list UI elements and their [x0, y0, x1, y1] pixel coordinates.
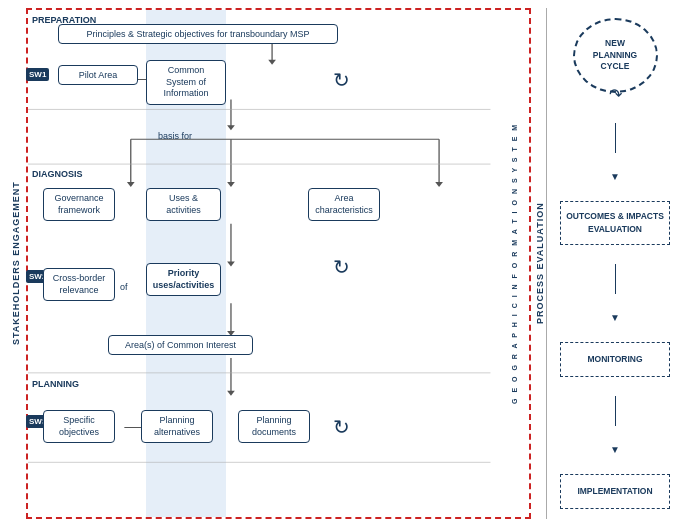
connector-1	[615, 123, 616, 153]
new-planning-cycle-item: NEW PLANNING CYCLE ↷	[573, 18, 658, 104]
monitoring-box: MONITORING	[560, 342, 670, 377]
new-planning-cycle-box: NEW PLANNING CYCLE	[573, 18, 658, 93]
areas-common-interest-box: Area(s) of Common Interest	[108, 335, 253, 355]
pilot-area-box: Pilot Area	[58, 65, 138, 85]
process-evaluation-label: PROCESS EVALUATION	[533, 8, 547, 519]
arrow-down-1: ▼	[610, 171, 620, 182]
basis-for-text: basis for	[158, 131, 192, 141]
right-section-inner: NEW PLANNING CYCLE ↷ ▼ OUTCOMES & IMPACT…	[555, 8, 675, 519]
area-characteristics-box: Area characteristics	[308, 188, 380, 221]
red-dashed-area: PREPARATION SW1 Principles & Strategic o…	[26, 8, 531, 519]
svg-marker-9	[127, 182, 135, 187]
planning-documents-box: Planning documents	[238, 410, 310, 443]
left-section: STAKEHOLDERS ENGAGEMENT	[8, 8, 547, 519]
of-text: of	[120, 282, 128, 292]
svg-marker-13	[435, 182, 443, 187]
governance-box: Governance framework	[43, 188, 115, 221]
planning-label: PLANNING	[32, 378, 79, 389]
preparation-refresh-icon: ↻	[333, 68, 350, 92]
main-container: STAKEHOLDERS ENGAGEMENT	[0, 0, 685, 527]
cycle-arrow: ↷	[609, 85, 622, 104]
svg-marker-5	[227, 125, 235, 130]
sw1-badge: SW1	[26, 68, 49, 81]
arrow-down-3: ▼	[610, 444, 620, 455]
implementation-box: IMPLEMENTATION	[560, 474, 670, 509]
specific-objectives-box: Specific objectives	[43, 410, 115, 443]
svg-marker-17	[227, 262, 235, 267]
uses-activities-box: Uses & activities	[146, 188, 221, 221]
planning-refresh-icon: ↻	[333, 415, 350, 439]
svg-marker-23	[227, 391, 235, 396]
implementation-item: IMPLEMENTATION	[560, 474, 670, 509]
right-section: NEW PLANNING CYCLE ↷ ▼ OUTCOMES & IMPACT…	[547, 8, 677, 519]
connector-3	[615, 396, 616, 426]
monitoring-item: MONITORING	[560, 342, 670, 377]
common-system-box: Common System of Information	[146, 60, 226, 105]
principles-box: Principles & Strategic objectives for tr…	[58, 24, 338, 44]
connector-2	[615, 264, 616, 294]
diagnosis-refresh-icon: ↻	[333, 255, 350, 279]
diagnosis-label: DIAGNOSIS	[32, 168, 83, 179]
planning-alternatives-box: Planning alternatives	[141, 410, 213, 443]
svg-marker-1	[268, 60, 276, 65]
outcomes-item: OUTCOMES & IMPACTS EVALUATION	[560, 201, 670, 245]
arrow-down-2: ▼	[610, 312, 620, 323]
geo-info-system-label: G E O G R A P H I C I N F O R M A T I O …	[511, 30, 525, 497]
cross-border-box: Cross-border relevance	[43, 268, 115, 301]
svg-marker-11	[227, 182, 235, 187]
diagram-area: PREPARATION SW1 Principles & Strategic o…	[28, 10, 529, 517]
priority-uses-box: Priority uses/activities	[146, 263, 221, 296]
outcomes-box: OUTCOMES & IMPACTS EVALUATION	[560, 201, 670, 245]
stakeholders-engagement-label: STAKEHOLDERS ENGAGEMENT	[8, 8, 24, 519]
